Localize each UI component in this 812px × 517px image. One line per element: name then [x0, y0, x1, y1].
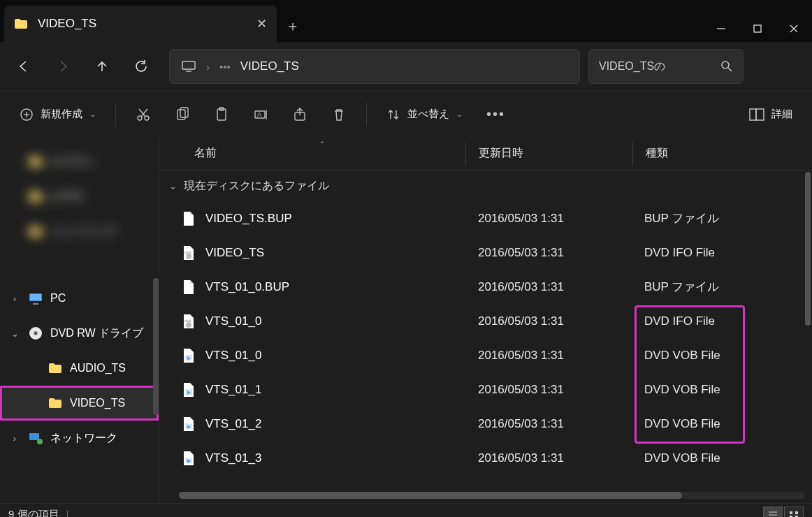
chevron-icon: ⌄ [8, 328, 21, 339]
file-date: 2016/05/03 1:31 [465, 417, 632, 431]
chevron-icon: › [8, 293, 21, 304]
sidebar-item-blurred[interactable]: ピクチャ [0, 144, 159, 179]
ellipsis-icon[interactable]: ••• [219, 61, 231, 73]
svg-rect-15 [177, 110, 185, 119]
sidebar-item-ネットワーク[interactable]: ›ネットワーク [0, 421, 159, 456]
file-row[interactable]: VIDEO_TS.BUP2016/05/03 1:31BUP ファイル [159, 201, 812, 235]
sidebar-scrollbar[interactable] [153, 278, 159, 415]
svg-point-36 [186, 322, 191, 328]
file-date: 2016/05/03 1:31 [465, 349, 632, 363]
file-icon: dvd [182, 313, 196, 330]
column-header-type[interactable]: 種類 [633, 146, 812, 161]
dvd-icon [28, 326, 43, 340]
file-type: DVD IFO File [632, 314, 812, 328]
file-icon [182, 416, 196, 432]
refresh-button[interactable] [123, 50, 159, 82]
sidebar-item-label: PC [50, 292, 66, 305]
file-row[interactable]: VTS_01_12016/05/03 1:31DVD VOB File [159, 372, 812, 407]
file-row[interactable]: VTS_01_0.BUP2016/05/03 1:31BUP ファイル [159, 270, 812, 304]
svg-rect-1 [754, 25, 761, 32]
horizontal-scrollbar[interactable] [179, 492, 805, 499]
sidebar-item-label: DVD RW ドライブ [50, 326, 143, 341]
new-tab-button[interactable]: ＋ [277, 10, 309, 42]
scrollbar-thumb[interactable] [179, 492, 682, 499]
sidebar-item-blurred[interactable]: ミュージック [0, 214, 159, 249]
file-date: 2016/05/03 1:31 [465, 280, 632, 294]
tab-current[interactable]: VIDEO_TS ✕ [4, 6, 277, 42]
close-window-button[interactable] [776, 15, 812, 42]
toolbar-divider [366, 103, 367, 126]
file-icon [182, 381, 196, 398]
column-header-date[interactable]: 更新日時 [466, 146, 632, 161]
copy-button[interactable] [165, 99, 200, 130]
file-name: VTS_01_1 [205, 383, 261, 397]
more-button[interactable]: ••• [477, 99, 515, 130]
details-layout-button[interactable] [763, 507, 783, 518]
file-row[interactable]: VTS_01_02016/05/03 1:31DVD VOB File [159, 338, 812, 372]
sort-button[interactable]: 並べ替え ⌄ [377, 99, 472, 130]
file-icon: dvd [182, 245, 196, 261]
file-type: DVD IFO File [632, 246, 812, 260]
rename-button[interactable]: A [243, 99, 278, 130]
sidebar-item-blurred[interactable]: ビデオ [0, 179, 159, 214]
sort-indicator-icon: ⌃ [319, 140, 326, 150]
svg-rect-23 [750, 109, 756, 120]
file-row[interactable]: VTS_01_22016/05/03 1:31DVD VOB File [159, 407, 812, 441]
search-placeholder: VIDEO_TSの [599, 59, 665, 74]
file-name: VIDEO_TS.BUP [205, 212, 292, 226]
chevron-down-icon: ⌄ [456, 110, 463, 119]
group-header[interactable]: ⌄ 現在ディスクにあるファイル [159, 170, 812, 201]
minimize-button[interactable] [703, 15, 739, 42]
cut-button[interactable] [126, 99, 161, 130]
file-type: BUP ファイル [632, 210, 812, 226]
pc-icon [181, 60, 196, 73]
folder-icon [14, 18, 28, 29]
chevron-icon: › [8, 433, 21, 444]
file-row[interactable]: VTS_01_32016/05/03 1:31DVD VOB File [159, 441, 812, 475]
chevron-down-icon: ⌄ [89, 110, 96, 119]
search-input[interactable]: VIDEO_TSの [588, 49, 744, 84]
svg-text:A: A [257, 111, 261, 118]
file-row[interactable]: dvdVTS_01_02016/05/03 1:31DVD IFO File [159, 304, 812, 338]
file-icon [182, 210, 196, 227]
file-row[interactable]: dvdVIDEO_TS2016/05/03 1:31DVD IFO File [159, 235, 812, 270]
sidebar-item-label: ネットワーク [50, 431, 117, 446]
file-type: DVD VOB File [632, 451, 812, 465]
search-icon [720, 60, 733, 73]
up-button[interactable] [84, 50, 120, 82]
file-type: DVD VOB File [632, 349, 812, 363]
paste-button[interactable] [204, 99, 239, 130]
address-bar[interactable]: › ••• VIDEO_TS [169, 49, 580, 84]
file-name: VTS_01_3 [205, 451, 261, 465]
breadcrumb-segment[interactable]: VIDEO_TS [240, 59, 299, 73]
file-icon [182, 450, 196, 467]
file-name: VTS_01_0.BUP [205, 280, 289, 294]
back-button[interactable] [6, 50, 42, 82]
sidebar-item-pc[interactable]: ›PC [0, 281, 159, 316]
view-button[interactable]: 詳細 [739, 99, 802, 130]
sort-icon [386, 108, 400, 122]
column-header-name[interactable]: 名前 [159, 146, 465, 161]
file-name: VTS_01_0 [205, 349, 261, 363]
close-tab-button[interactable]: ✕ [256, 16, 267, 31]
sidebar-item-video_ts[interactable]: VIDEO_TS [0, 386, 159, 421]
sidebar-item-audio_ts[interactable]: AUDIO_TS [0, 351, 159, 386]
share-button[interactable] [282, 99, 317, 130]
file-date: 2016/05/03 1:31 [465, 451, 632, 465]
column-headers: ⌃ 名前 更新日時 種類 [159, 137, 812, 170]
file-name: VIDEO_TS [205, 246, 264, 260]
new-button[interactable]: 新規作成 ⌄ [10, 99, 106, 130]
chevron-right-icon: › [206, 61, 210, 73]
file-name: VTS_01_0 [205, 314, 261, 328]
vertical-scrollbar[interactable] [805, 172, 811, 326]
file-icon [182, 279, 196, 296]
delete-button[interactable] [321, 99, 356, 130]
window-controls [703, 15, 812, 42]
svg-point-6 [722, 61, 729, 68]
maximize-button[interactable] [739, 15, 776, 42]
sidebar-item-dvd-rw-ドライブ[interactable]: ⌄DVD RW ドライブ [0, 316, 159, 351]
chevron-down-icon: ⌄ [169, 181, 177, 191]
forward-button[interactable] [45, 50, 81, 82]
icons-layout-button[interactable] [784, 507, 804, 518]
file-date: 2016/05/03 1:31 [465, 246, 632, 260]
